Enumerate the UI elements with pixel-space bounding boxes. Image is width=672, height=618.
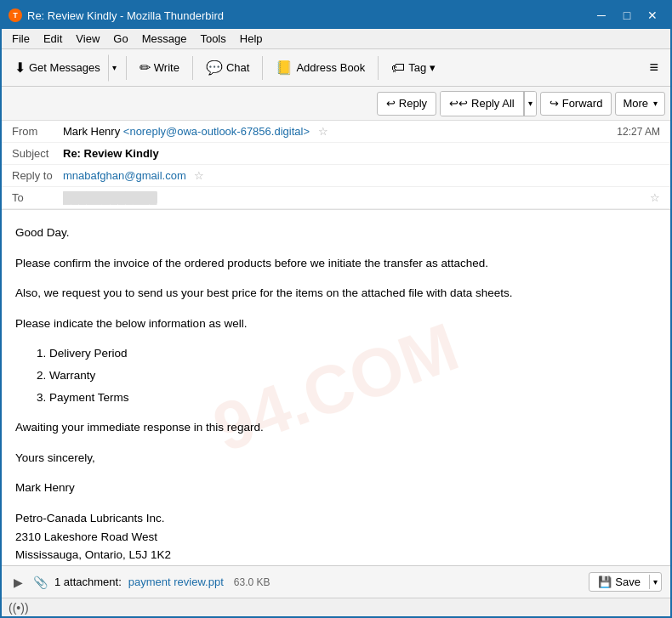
hamburger-menu-button[interactable]: ≡ xyxy=(642,55,665,80)
reply-to-address: mnabafghan@gmail.com xyxy=(63,169,186,182)
body-para-1: Good Day. xyxy=(15,224,657,242)
toolbar-sep-3 xyxy=(262,56,263,80)
titlebar-controls: ─ □ ✕ xyxy=(590,7,663,24)
tag-label: Tag xyxy=(408,61,426,74)
write-label: Write xyxy=(154,61,179,74)
titlebar-left: T Re: Review Kindly - Mozilla Thunderbir… xyxy=(9,9,224,22)
body-para-4: Please indicate the below information as… xyxy=(15,315,657,333)
write-icon: ✏ xyxy=(140,60,151,76)
attachment-filename: payment review.ppt xyxy=(128,575,224,588)
subject-value: Re: Review Kindly xyxy=(63,147,660,160)
subject-label: Subject xyxy=(12,147,63,160)
reply-all-dropdown[interactable]: ▾ xyxy=(524,92,536,116)
more-label: More xyxy=(623,97,648,110)
app-icon: T xyxy=(9,9,22,22)
titlebar: T Re: Review Kindly - Mozilla Thunderbir… xyxy=(2,2,670,29)
from-label: From xyxy=(12,125,63,138)
body-company-line2: 2310 Lakeshore Road West xyxy=(15,530,157,543)
connection-status-icon: ((•)) xyxy=(9,601,29,615)
reply-toolbar: ↩ Reply ↩↩ Reply All ▾ ↪ Forward More ▾ xyxy=(2,87,670,121)
chat-icon: 💬 xyxy=(206,60,223,76)
statusbar: ((•)) xyxy=(2,598,670,616)
reply-all-label: Reply All xyxy=(471,97,515,110)
reply-to-row: Reply to mnabafghan@gmail.com ☆ xyxy=(2,165,670,187)
body-para-7: Mark Henry xyxy=(15,479,657,497)
forward-button[interactable]: ↪ Forward xyxy=(540,92,612,116)
menu-help[interactable]: Help xyxy=(233,31,270,47)
body-company-line1: Petro-Canada Lubricants Inc. xyxy=(15,512,165,524)
menu-go[interactable]: Go xyxy=(106,31,134,47)
more-button-group: More ▾ xyxy=(615,92,665,116)
attachment-save-group: 💾 Save ▾ xyxy=(589,572,662,592)
email-header: From Mark Henry <noreply@owa-outlook-678… xyxy=(2,121,670,210)
email-timestamp: 12:27 AM xyxy=(617,126,660,138)
body-company-line3: Mississauga, Ontario, L5J 1K2 xyxy=(15,548,171,561)
main-window: T Re: Review Kindly - Mozilla Thunderbir… xyxy=(0,0,672,618)
forward-icon: ↪ xyxy=(550,97,559,110)
menu-message[interactable]: Message xyxy=(135,31,194,47)
attachment-bar: ▶ 📎 1 attachment: payment review.ppt 63.… xyxy=(2,565,670,598)
list-item-3: Payment Terms xyxy=(49,388,657,407)
get-messages-dropdown-arrow[interactable]: ▾ xyxy=(108,54,121,82)
close-button[interactable]: ✕ xyxy=(641,7,663,24)
from-star-icon[interactable]: ☆ xyxy=(318,125,328,138)
chat-label: Chat xyxy=(226,61,249,74)
forward-label: Forward xyxy=(562,97,603,110)
toolbar-sep-4 xyxy=(378,56,379,80)
to-value: ████████████ xyxy=(63,191,645,204)
reply-all-group: ↩↩ Reply All ▾ xyxy=(440,91,537,116)
more-button[interactable]: More ▾ xyxy=(623,92,658,116)
app-icon-letter: T xyxy=(13,11,18,20)
save-button[interactable]: 💾 Save xyxy=(589,573,649,591)
attachment-label: 1 attachment: xyxy=(54,575,122,588)
attachment-size: 63.0 KB xyxy=(234,576,271,588)
save-icon: 💾 xyxy=(598,575,612,588)
from-email: <noreply@owa-outlook-67856.digital> xyxy=(123,125,310,138)
tag-button[interactable]: 🏷 Tag ▾ xyxy=(384,54,443,82)
save-label: Save xyxy=(615,575,641,588)
body-para-5: Awaiting your immediate response in this… xyxy=(15,418,657,437)
from-row: From Mark Henry <noreply@owa-outlook-678… xyxy=(2,121,670,143)
to-label: To xyxy=(12,191,63,204)
get-messages-label: Get Messages xyxy=(29,61,100,74)
reply-all-icon: ↩↩ xyxy=(449,97,468,110)
chat-button[interactable]: 💬 Chat xyxy=(198,54,257,82)
main-toolbar: ⬇ Get Messages ▾ ✏ Write 💬 Chat 📒 Addres… xyxy=(2,49,670,87)
menubar: File Edit View Go Message Tools Help xyxy=(2,29,670,49)
menu-edit[interactable]: Edit xyxy=(37,31,69,47)
body-para-6: Yours sincerely, xyxy=(15,449,657,468)
get-messages-button[interactable]: ⬇ Get Messages xyxy=(7,54,108,82)
list-item-2: Warranty xyxy=(49,366,657,385)
reply-to-value: mnabafghan@gmail.com ☆ xyxy=(63,169,660,182)
save-dropdown-button[interactable]: ▾ xyxy=(649,575,661,589)
from-name: Mark Henry xyxy=(63,125,120,138)
reply-actions: ↩ Reply ↩↩ Reply All ▾ ↪ Forward More ▾ xyxy=(377,91,665,116)
email-content: Good Day. Please confirm the invoice of … xyxy=(15,224,657,565)
body-para-8: Petro-Canada Lubricants Inc. 2310 Lakesh… xyxy=(15,509,657,565)
menu-file[interactable]: File xyxy=(5,31,37,47)
address-book-icon: 📒 xyxy=(276,60,293,76)
attachment-expand-button[interactable]: ▶ xyxy=(10,574,26,591)
toolbar-sep-1 xyxy=(126,56,127,80)
minimize-button[interactable]: ─ xyxy=(590,7,612,24)
address-book-label: Address Book xyxy=(296,61,365,74)
menu-view[interactable]: View xyxy=(69,31,106,47)
maximize-button[interactable]: □ xyxy=(616,7,638,24)
reply-icon: ↩ xyxy=(386,97,396,110)
to-star-icon[interactable]: ☆ xyxy=(650,191,660,204)
body-para-2: Please confirm the invoice of the ordere… xyxy=(15,254,657,273)
list-item-1: Delivery Period xyxy=(49,344,657,363)
from-value: Mark Henry <noreply@owa-outlook-67856.di… xyxy=(63,125,617,138)
email-body: 94.COM Good Day. Please confirm the invo… xyxy=(2,210,670,565)
reply-button[interactable]: ↩ Reply xyxy=(377,92,436,116)
write-button[interactable]: ✏ Write xyxy=(132,54,187,82)
menu-tools[interactable]: Tools xyxy=(193,31,232,47)
body-para-3: Also, we request you to send us your bes… xyxy=(15,284,657,303)
body-list: Delivery Period Warranty Payment Terms xyxy=(49,344,657,406)
to-row: To ████████████ ☆ xyxy=(2,187,670,209)
tag-icon: 🏷 xyxy=(391,60,405,76)
reply-all-button[interactable]: ↩↩ Reply All xyxy=(441,92,524,116)
toolbar-right: ≡ xyxy=(642,55,665,80)
reply-to-star-icon[interactable]: ☆ xyxy=(194,169,204,182)
address-book-button[interactable]: 📒 Address Book xyxy=(268,54,373,82)
